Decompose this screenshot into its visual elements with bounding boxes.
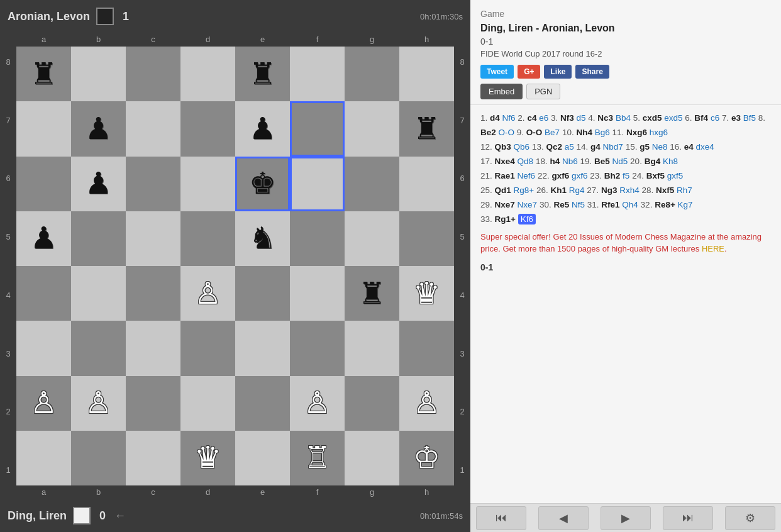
top-player-time: 0h:01m:30s [420,12,463,21]
share-button[interactable]: Share [575,65,609,79]
piece-pawn-white-f2: ♙ [304,388,331,418]
cell-f8[interactable] [290,47,345,101]
cell-f5[interactable] [290,211,345,266]
cell-d6[interactable] [180,157,235,211]
cell-c1[interactable] [126,431,180,485]
piece-pawn-black-e7: ♟ [249,114,276,144]
cell-b4[interactable] [71,266,126,321]
cell-e4[interactable] [235,266,290,321]
nav-settings-button[interactable]: ⚙ [725,506,775,530]
cell-e2[interactable] [235,376,290,431]
cell-a1[interactable] [16,431,71,485]
cell-b6[interactable]: ♟ [71,157,126,211]
cell-h2[interactable]: ♙ [399,376,454,431]
cell-f3[interactable] [290,321,345,375]
cell-g4[interactable]: ♜ [345,266,399,321]
cell-g5[interactable] [345,211,399,266]
bottom-player-color-box [73,507,91,524]
last-move[interactable]: Kf6 [518,214,536,224]
cell-d4[interactable]: ♙ [180,266,235,321]
cell-a2[interactable]: ♙ [16,376,71,431]
pgn-button[interactable]: PGN [526,84,560,99]
cell-h8[interactable] [399,47,454,101]
cell-g7[interactable] [345,101,399,156]
cell-g6[interactable] [345,157,399,211]
cell-a6[interactable] [16,157,71,211]
cell-g1[interactable] [345,431,399,485]
like-button[interactable]: Like [544,65,572,79]
cell-f6[interactable] [290,157,345,211]
cell-f1[interactable]: ♖ [290,431,345,485]
cell-f2[interactable]: ♙ [290,376,345,431]
piece-pawn-black-b7: ♟ [85,114,112,144]
promo-link[interactable]: HERE [702,244,724,253]
cell-b8[interactable] [71,47,126,101]
cell-e6[interactable]: ♚ [235,157,290,211]
cell-h7[interactable]: ♜ [399,101,454,156]
nav-first-button[interactable]: ⏮ [476,506,526,530]
cell-a4[interactable] [16,266,71,321]
cell-d3[interactable] [180,321,235,375]
cell-h1[interactable]: ♔ [399,431,454,485]
cell-c2[interactable] [126,376,180,431]
gplus-button[interactable]: G+ [518,65,540,79]
cell-c3[interactable] [126,321,180,375]
cell-e1[interactable] [235,431,290,485]
cell-b3[interactable] [71,321,126,375]
nav-next-button[interactable]: ▶ [601,506,651,530]
bottom-player-name: Ding, Liren [8,509,67,523]
cell-a8[interactable]: ♜ [16,47,71,101]
cell-e7[interactable]: ♟ [235,101,290,156]
moves-panel: 1. d4 Nf6 2. c4 e6 3. Nf3 d5 4. Nc3 Bb4 … [470,105,781,503]
cell-a5[interactable]: ♟ [16,211,71,266]
chess-board[interactable]: ♜ ♜ ♟ ♟ ♜ ♟ [16,47,454,485]
cell-d2[interactable] [180,376,235,431]
cell-c4[interactable] [126,266,180,321]
top-player-bar: Aronian, Levon 1 0h:01m:30s [0,0,470,33]
piece-rook-black-h7: ♜ [413,114,440,144]
cell-e8[interactable]: ♜ [235,47,290,101]
piece-rook-black-a8: ♜ [30,59,57,89]
cell-c6[interactable] [126,157,180,211]
tweet-button[interactable]: Tweet [480,65,514,79]
cell-h4[interactable]: ♛ [399,266,454,321]
moves-text: 1. d4 Nf6 2. c4 e6 3. Nf3 d5 4. Nc3 Bb4 … [480,111,771,227]
cell-c7[interactable] [126,101,180,156]
cell-f4[interactable] [290,266,345,321]
cell-f7[interactable] [290,101,345,156]
cell-d8[interactable] [180,47,235,101]
top-player-color-box [96,8,114,25]
cell-b7[interactable]: ♟ [71,101,126,156]
cell-d5[interactable] [180,211,235,266]
game-section-label: Game [480,9,771,19]
cell-a3[interactable] [16,321,71,375]
embed-button[interactable]: Embed [480,84,523,99]
board-wrapper: 8 7 6 5 4 3 2 1 a b c d e f g h ♜ [0,33,470,499]
cell-d1[interactable]: ♛ [180,431,235,485]
cell-g2[interactable] [345,376,399,431]
cell-a7[interactable] [16,101,71,156]
cell-g3[interactable] [345,321,399,375]
cell-b5[interactable] [71,211,126,266]
cell-h6[interactable] [399,157,454,211]
cell-h5[interactable] [399,211,454,266]
cell-h3[interactable] [399,321,454,375]
piece-king-white-h1: ♔ [413,443,440,473]
piece-pawn-white-b2: ♙ [85,388,112,418]
cell-e5[interactable]: ♞ [235,211,290,266]
nav-prev-button[interactable]: ◀ [538,506,589,530]
cell-b2[interactable]: ♙ [71,376,126,431]
promo-text: Super special offer! Get 20 Issues of Mo… [480,231,771,255]
piece-rook-black-e8: ♜ [249,59,276,89]
cell-g8[interactable] [345,47,399,101]
nav-last-button[interactable]: ⏭ [663,506,713,530]
game-result-header: 0-1 [480,36,771,47]
cell-b1[interactable] [71,431,126,485]
cell-e3[interactable] [235,321,290,375]
piece-pawn-white-h2: ♙ [413,388,440,418]
cell-d7[interactable] [180,101,235,156]
top-player-name: Aronian, Levon [8,10,90,23]
cell-c8[interactable] [126,47,180,101]
cell-c5[interactable] [126,211,180,266]
file-labels-bottom: a b c d e f g h [16,485,454,499]
